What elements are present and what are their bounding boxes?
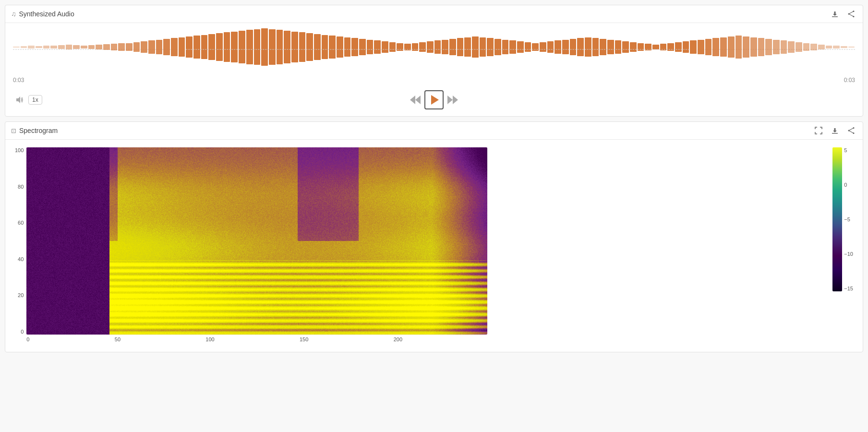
y-label-0: 0 — [21, 329, 24, 335]
waveform-bar — [216, 33, 223, 61]
waveform-bar — [88, 45, 95, 49]
waveform-bar — [615, 40, 622, 53]
audio-panel-header: ♫ Synthesized Audio — [5, 5, 863, 23]
colorbar-label-0: 0 — [844, 182, 853, 188]
speed-button[interactable]: 1x — [28, 95, 42, 105]
music-icon: ♫ — [11, 10, 16, 18]
waveform-bar — [758, 38, 765, 56]
spectrogram-icon: ⊡ — [11, 127, 16, 134]
waveform-bar — [735, 36, 742, 58]
x-label-100: 100 — [205, 336, 214, 342]
rewind-icon — [410, 96, 421, 104]
waveform-bar — [781, 40, 787, 53]
rewind-button[interactable] — [410, 96, 421, 104]
waveform-bar — [239, 31, 245, 63]
x-label-200: 200 — [394, 336, 402, 342]
volume-button[interactable] — [13, 95, 25, 105]
waveform-container[interactable] — [5, 23, 863, 76]
waveform-bar — [13, 47, 20, 48]
share-icon — [847, 10, 855, 18]
waveform-bar — [547, 41, 554, 53]
waveform-bar — [728, 36, 735, 58]
waveform-bar — [810, 44, 817, 50]
waveform-bar — [344, 37, 351, 57]
waveform-bar — [111, 44, 118, 50]
waveform-bar — [630, 42, 637, 52]
spectrogram-share-button[interactable] — [845, 126, 857, 135]
waveform-bar — [464, 37, 471, 57]
waveform-bar — [622, 41, 629, 53]
waveform-bar — [367, 40, 374, 55]
audio-panel-actions — [829, 9, 857, 19]
waveform-bar — [254, 29, 261, 65]
waveform-bar — [329, 36, 336, 58]
audio-share-button[interactable] — [845, 9, 857, 19]
waveform-bar — [351, 38, 358, 56]
colorbar-labels: 5 0 −5 −10 −15 — [842, 147, 853, 291]
waveform-bar — [509, 40, 516, 53]
waveform-bar — [299, 32, 306, 61]
waveform-bar — [743, 36, 749, 58]
svg-line-5 — [849, 14, 854, 17]
play-button[interactable] — [424, 90, 444, 109]
waveform-bar — [81, 46, 87, 49]
waveform-bar — [577, 38, 584, 56]
waveform-bar — [690, 40, 697, 53]
svg-marker-9 — [447, 96, 453, 104]
spectrogram-body: 100 80 60 40 20 0 0 50 100 150 200 — [5, 140, 863, 352]
colorbar-wrapper: 5 0 −5 −10 −15 — [832, 147, 853, 291]
forward-icon — [447, 96, 458, 104]
svg-line-16 — [849, 131, 854, 133]
waveform-bar — [179, 37, 185, 57]
waveform-bar — [126, 43, 133, 51]
waveform-bar — [193, 36, 200, 58]
svg-rect-0 — [832, 16, 838, 17]
waveform-bar — [397, 43, 403, 51]
waveform-bar — [555, 40, 561, 53]
waveform-bar — [66, 45, 72, 49]
waveform-bar — [638, 43, 644, 51]
waveform-bar — [803, 43, 810, 51]
waveform-bar — [796, 42, 802, 52]
colorbar-label-neg10: −10 — [844, 251, 853, 257]
waveform-bar — [224, 32, 230, 61]
audio-download-button[interactable] — [829, 9, 841, 19]
left-controls: 1x — [13, 95, 42, 105]
waveform-bar — [277, 30, 283, 64]
waveform-bar — [720, 37, 727, 57]
waveform-bar — [50, 46, 57, 49]
play-triangle-icon — [431, 95, 439, 105]
svg-marker-10 — [453, 96, 458, 104]
waveform-bar — [96, 45, 102, 49]
waveform-bar — [374, 40, 381, 53]
x-label-0: 0 — [26, 336, 29, 342]
waveform-bar — [133, 42, 140, 52]
waveform-bar — [600, 39, 606, 55]
spectrogram-expand-button[interactable] — [813, 126, 824, 135]
x-label-50: 50 — [115, 336, 121, 342]
download-icon-spec — [831, 127, 839, 134]
svg-line-4 — [849, 12, 854, 14]
share-icon-spec — [847, 127, 855, 134]
forward-button[interactable] — [447, 96, 458, 104]
waveform-bar — [73, 45, 80, 49]
svg-line-15 — [849, 128, 854, 131]
waveform-bar — [532, 43, 539, 51]
spectrogram-download-button[interactable] — [829, 126, 841, 135]
waveform-bar — [494, 39, 501, 55]
waveform-bar — [667, 43, 674, 51]
volume-icon — [15, 96, 24, 104]
waveform-bar — [156, 40, 163, 55]
waveform-bar — [337, 36, 343, 58]
waveform-bar — [675, 42, 682, 52]
waveform-bar — [427, 41, 434, 53]
waveform-bar — [570, 39, 577, 55]
waveform-bar — [457, 38, 464, 56]
waveform-bar — [163, 39, 170, 55]
y-axis: 100 80 60 40 20 0 — [15, 147, 26, 335]
waveform-bar — [848, 47, 855, 48]
waveform-bar — [186, 36, 193, 58]
y-label-20: 20 — [18, 292, 24, 298]
waveform-bars[interactable] — [13, 28, 855, 66]
waveform-bar — [412, 43, 419, 51]
